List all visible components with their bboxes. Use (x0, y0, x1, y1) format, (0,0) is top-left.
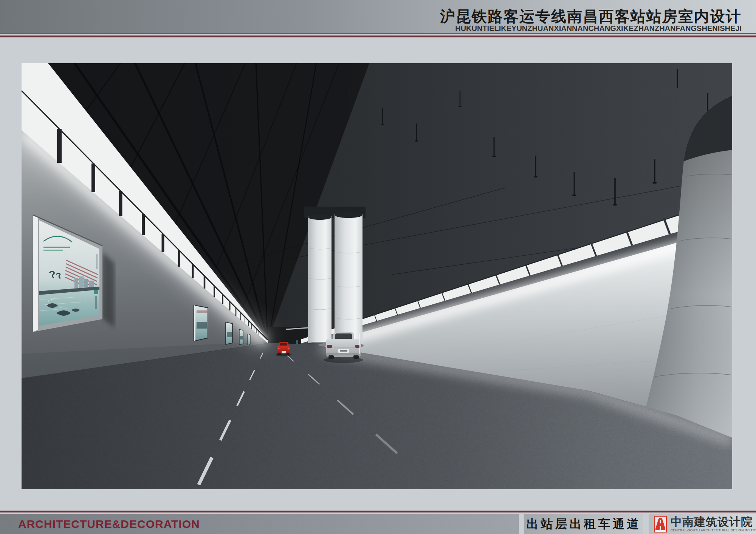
header-rule-maroon (0, 35, 756, 37)
advertising-lightbox-small (248, 334, 250, 345)
brand-text: ARCHITECTURE&DECORATION (18, 518, 200, 531)
footer-brand-segment: ARCHITECTURE&DECORATION (0, 514, 519, 534)
company-name-cn: 中南建筑设计院 (671, 516, 756, 528)
project-title-cn: 沪昆铁路客运专线南昌西客站站房室内设计 (440, 8, 742, 24)
project-title-pinyin: HUKUNTIELIKEYUNZHUANXIANNANCHANGXIKEZHAN… (455, 24, 742, 32)
advertising-lightbox-small (194, 305, 208, 341)
advertising-lightbox-small (226, 322, 232, 344)
drawing-caption: 出站层出租车通道 (527, 516, 641, 532)
tunnel-rendering (22, 63, 732, 489)
advertising-lightbox-small (239, 329, 243, 345)
lightbox-shadow (102, 252, 115, 327)
footer-bar: ARCHITECTURE&DECORATION 出站层出租车通道 中南建筑设计院… (0, 514, 756, 534)
white-mid-columns (304, 207, 366, 348)
distant-sign (296, 340, 298, 344)
company-logo-icon (654, 516, 667, 532)
footer: ARCHITECTURE&DECORATION 出站层出租车通道 中南建筑设计院… (0, 510, 756, 534)
presentation-board: 沪昆铁路客运专线南昌西客站站房室内设计 HUKUNTIELIKEYUNZHUAN… (0, 0, 756, 534)
company-name-en: CENTRAL-SOUTH ARCHITECTURAL DESIGN INSTI… (671, 528, 756, 532)
company-logo-panel: 中南建筑设计院 CENTRAL-SOUTH ARCHITECTURAL DESI… (649, 514, 756, 534)
header-bar: 沪昆铁路客运专线南昌西客站站房室内设计 HUKUNTIELIKEYUNZHUAN… (0, 0, 756, 34)
rendering-viewport (22, 63, 732, 489)
drawing-caption-panel: 出站层出租车通道 (524, 514, 643, 534)
